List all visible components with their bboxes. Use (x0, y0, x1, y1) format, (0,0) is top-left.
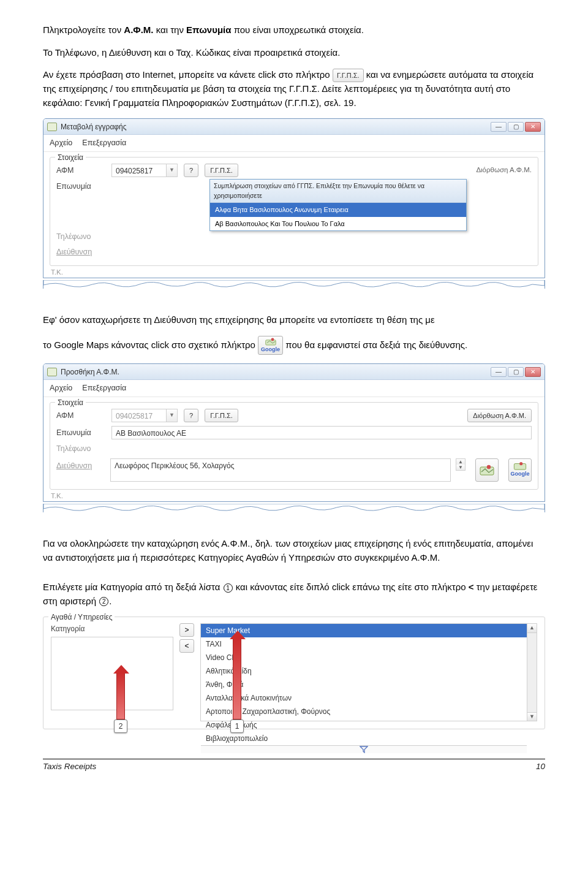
maximize-button[interactable]: ▢ (508, 367, 524, 377)
afm-dropdown-arrow[interactable]: ▼ (167, 164, 178, 177)
footer-page-number: 10 (536, 761, 545, 773)
move-left-button[interactable]: < (179, 639, 194, 653)
window-add-afm: Προσθήκη Α.Φ.Μ. — ▢ ✕ Αρχείο Επεξεργασία… (43, 363, 545, 502)
google-maps-inline-button: Google (258, 336, 283, 355)
help-button[interactable]: ? (184, 164, 198, 177)
selected-categories-list[interactable] (51, 637, 173, 710)
list-item[interactable]: Άνθη, Φυτά (201, 678, 527, 691)
group-stoixeia: Στοιχεία ΑΦΜ 094025817 ▼ ? Γ.Γ.Π.Σ. Διόρ… (50, 157, 538, 266)
list-item[interactable]: Αρτοποιία, Ζαχαροπλαστική, Φούρνος (201, 705, 527, 718)
label-eponymia: Επωνυμία (56, 427, 105, 439)
menu-edit[interactable]: Επεξεργασία (82, 382, 126, 394)
torn-edge (43, 280, 545, 289)
intro-paragraph-2: Το Τηλέφωνο, η Διεύθυνση και ο Ταχ. Κώδι… (43, 46, 545, 60)
close-button[interactable]: ✕ (525, 367, 541, 377)
group-stoixeia-2: Στοιχεία ΑΦΜ 094025817 ▼ ? Γ.Γ.Π.Σ. Διόρ… (50, 402, 538, 490)
ggps-dropdown-popup: Συμπλήρωση στοιχείων από ΓΓΠΣ. Επιλέξτε … (209, 179, 467, 232)
label-afm: ΑΦΜ (56, 165, 105, 177)
label-eponymia: Επωνυμία (56, 181, 105, 192)
app-icon (47, 368, 57, 376)
intro-paragraph-3: Αν έχετε πρόσβαση στο Internet, μπορείτε… (43, 68, 545, 110)
label-afm: ΑΦΜ (56, 410, 105, 422)
address-stepper[interactable]: ▲▼ (456, 458, 466, 471)
list-item[interactable]: Βιβλιοχαρτοπωλείο (201, 732, 527, 745)
titlebar-2: Προσθήκη Α.Φ.Μ. — ▢ ✕ (43, 364, 545, 380)
help-button[interactable]: ? (184, 409, 198, 422)
ggps-button[interactable]: Γ.Γ.Π.Σ. (205, 164, 238, 177)
dropdown-item-2[interactable]: Αβ Βασιλοπουλος Και Του Πουλιου Το Γαλα (210, 217, 466, 231)
list-item[interactable]: TAXI (201, 637, 527, 651)
fix-afm-partial: Διόρθωση Α.Φ.Μ. (476, 165, 532, 175)
label-tilefono: Τηλέφωνο (56, 231, 105, 243)
menubar-2: Αρχείο Επεξεργασία (43, 380, 545, 397)
label-tilefono: Τηλέφωνο (56, 443, 105, 455)
window-title: Μεταβολή εγγραφής (61, 121, 127, 132)
group-title-2: Στοιχεία (55, 397, 86, 408)
close-button[interactable]: ✕ (525, 122, 541, 132)
titlebar: Μεταβολή εγγραφής — ▢ ✕ (43, 119, 545, 135)
intro-paragraph-1: Πληκτρολογείτε τον Α.Φ.Μ. και την Επωνυμ… (43, 23, 545, 37)
filter-icon[interactable] (201, 745, 527, 753)
callout-badge-2: 2 (114, 719, 127, 733)
window-edit-record: Μεταβολή εγγραφής — ▢ ✕ Αρχείο Επεξεργασ… (43, 118, 545, 278)
torn-edge-2 (43, 504, 545, 512)
dieuthinsi-field[interactable]: Λεωφόρος Περικλέους 56, Χολαργός (110, 458, 451, 482)
fix-afm-button[interactable]: Διόρθωση Α.Φ.Μ. (467, 409, 532, 423)
list-item[interactable]: Super Market (201, 624, 527, 637)
list-item[interactable]: Αθλητικά Είδη (201, 664, 527, 678)
move-right-button[interactable]: > (179, 623, 194, 637)
minimize-button[interactable]: — (491, 122, 507, 132)
label-tk: Τ.Κ. (51, 267, 545, 278)
map-plain-button[interactable] (475, 458, 499, 482)
svg-point-3 (487, 465, 491, 469)
callout-arrow-1 (233, 637, 241, 719)
paragraph-finish: Για να ολοκληρώσετε την καταχώρηση ενός … (43, 537, 545, 564)
label-dieuthinsi: Διεύθυνση (56, 458, 105, 472)
paragraph-google-btn: το Google Maps κάνοντας click στο σχετικ… (43, 336, 545, 355)
dropdown-item-1[interactable]: Αλφα Βητα Βασιλοπουλος Ανωνυμη Εταιρεια (210, 203, 466, 217)
callout-arrow-2 (116, 672, 125, 719)
eponymia-field[interactable]: ΑΒ Βασιλοπουλος ΑΕ (111, 426, 532, 439)
menubar: Αρχείο Επεξεργασία (43, 135, 545, 152)
ggps-inline-button: Γ.Γ.Π.Σ. (333, 69, 364, 83)
google-maps-button[interactable]: Google (508, 458, 532, 482)
paragraph-google-intro: Εφ' όσον καταχωρήσετε τη Διεύθυνση της ε… (43, 313, 545, 327)
callout-badge-1: 1 (230, 719, 244, 733)
list-item[interactable]: Ασφάλεια Ζωής (201, 718, 527, 732)
afm-dropdown-arrow[interactable]: ▼ (167, 409, 178, 422)
window-title-2: Προσθήκη Α.Φ.Μ. (61, 366, 119, 378)
app-icon (47, 123, 57, 131)
dropdown-header: Συμπλήρωση στοιχείων από ΓΓΠΣ. Επιλέξτε … (210, 180, 466, 203)
ggps-button[interactable]: Γ.Γ.Π.Σ. (205, 409, 238, 422)
menu-edit[interactable]: Επεξεργασία (82, 137, 126, 149)
menu-file[interactable]: Αρχείο (50, 382, 72, 394)
maximize-button[interactable]: ▢ (508, 122, 524, 132)
available-categories-list[interactable]: Super Market TAXI Video Club Αθλητικά Εί… (200, 623, 527, 721)
list-item[interactable]: Video Club (201, 651, 527, 664)
goods-title: Αγαθά / Υπηρεσίες (48, 612, 115, 623)
afm-field[interactable]: 094025817 (111, 409, 167, 422)
minimize-button[interactable]: — (491, 367, 507, 377)
footer-left: Taxis Receipts (43, 761, 96, 773)
menu-file[interactable]: Αρχείο (50, 137, 72, 149)
page-footer: Taxis Receipts 10 (43, 759, 545, 773)
label-dieuthinsi: Διεύθυνση (56, 246, 105, 258)
group-title: Στοιχεία (55, 152, 86, 163)
scrollbar[interactable]: ▲ ▼ (527, 623, 537, 721)
paragraph-select-category: Επιλέγετε μία Κατηγορία από τη δεξιά λίσ… (43, 580, 545, 608)
svg-point-5 (519, 462, 522, 465)
afm-field[interactable]: 094025817 (111, 164, 167, 177)
label-category: Κατηγορία (51, 623, 173, 634)
svg-point-1 (271, 338, 274, 341)
label-tk-2: Τ.Κ. (51, 491, 545, 501)
list-item[interactable]: Ανταλλακτικά Αυτοκινήτων (201, 691, 527, 705)
